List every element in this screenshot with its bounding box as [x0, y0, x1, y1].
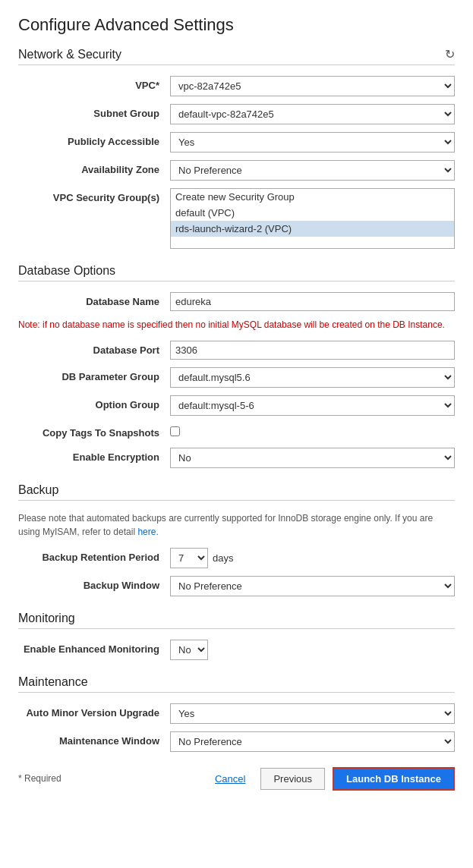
subnet-group-control: default-vpc-82a742e5 [170, 104, 455, 124]
enable-enhanced-monitoring-select[interactable]: No [170, 640, 208, 660]
subnet-group-select[interactable]: default-vpc-82a742e5 [170, 104, 455, 124]
availability-zone-control: No Preference [170, 160, 455, 181]
database-options-section: Database Options Database Name Note: if … [18, 264, 455, 468]
backup-retention-label: Backup Retention Period [18, 548, 170, 565]
availability-zone-row: Availability Zone No Preference [18, 160, 455, 181]
enable-enhanced-monitoring-control: No [170, 640, 455, 660]
backup-retention-select[interactable]: 7 [170, 548, 208, 568]
backup-note: Please note that automated backups are c… [18, 511, 455, 539]
database-name-input[interactable] [170, 292, 455, 311]
vpc-control: vpc-82a742e5 [170, 76, 455, 96]
refresh-icon[interactable]: ↻ [445, 47, 455, 61]
backup-retention-unit: days [213, 552, 233, 564]
vpc-security-groups-control: Create new Security Group default (VPC) … [170, 188, 455, 249]
backup-retention-row: Backup Retention Period 7 days [18, 548, 455, 568]
backup-window-label: Backup Window [18, 576, 170, 593]
db-parameter-group-select[interactable]: default.mysql5.6 [170, 367, 455, 388]
maintenance-window-control: No Preference [170, 731, 455, 752]
footer: * Required Cancel Previous Launch DB Ins… [18, 767, 455, 791]
maintenance-section: Maintenance Auto Minor Version Upgrade Y… [18, 675, 455, 752]
db-parameter-group-row: DB Parameter Group default.mysql5.6 [18, 367, 455, 388]
backup-header: Backup [18, 483, 455, 501]
copy-tags-checkbox[interactable] [170, 426, 180, 436]
auto-minor-row: Auto Minor Version Upgrade Yes [18, 703, 455, 724]
maintenance-title: Maintenance [18, 675, 88, 689]
copy-tags-control [170, 423, 455, 439]
launch-db-instance-button[interactable]: Launch DB Instance [333, 767, 455, 791]
option-group-select[interactable]: default:mysql-5-6 [170, 395, 455, 416]
maintenance-header: Maintenance [18, 675, 455, 693]
publicly-accessible-label: Publicly Accessible [18, 132, 170, 149]
publicly-accessible-select[interactable]: Yes [170, 132, 455, 153]
database-name-control [170, 292, 455, 311]
backup-window-control: No Preference [170, 576, 455, 596]
auto-minor-select[interactable]: Yes [170, 703, 455, 724]
database-port-row: Database Port [18, 341, 455, 360]
list-item[interactable]: default (VPC) [171, 205, 454, 221]
subnet-group-row: Subnet Group default-vpc-82a742e5 [18, 104, 455, 124]
db-parameter-group-label: DB Parameter Group [18, 367, 170, 384]
enable-encryption-control: No [170, 448, 455, 468]
auto-minor-control: Yes [170, 703, 455, 724]
monitoring-section: Monitoring Enable Enhanced Monitoring No [18, 612, 455, 660]
database-name-note: Note: if no database name is specified t… [18, 319, 455, 332]
backup-title: Backup [18, 483, 58, 497]
availability-zone-label: Availability Zone [18, 160, 170, 177]
auto-minor-label: Auto Minor Version Upgrade [18, 703, 170, 720]
copy-tags-row: Copy Tags To Snapshots [18, 423, 455, 440]
required-note: * Required [18, 773, 200, 784]
vpc-label: VPC* [18, 76, 170, 93]
maintenance-window-row: Maintenance Window No Preference [18, 731, 455, 752]
vpc-select[interactable]: vpc-82a742e5 [170, 76, 455, 96]
enable-enhanced-monitoring-row: Enable Enhanced Monitoring No [18, 640, 455, 660]
copy-tags-label: Copy Tags To Snapshots [18, 423, 170, 440]
backup-retention-control: 7 days [170, 548, 455, 568]
database-port-input[interactable] [170, 341, 455, 360]
network-security-title: Network & Security [18, 48, 121, 61]
list-item[interactable]: Create new Security Group [171, 189, 454, 205]
enable-encryption-label: Enable Encryption [18, 448, 170, 464]
enable-encryption-select[interactable]: No [170, 448, 455, 468]
monitoring-title: Monitoring [18, 612, 75, 625]
backup-note-link[interactable]: here. [137, 527, 158, 537]
enable-encryption-row: Enable Encryption No [18, 448, 455, 468]
vpc-security-groups-listbox[interactable]: Create new Security Group default (VPC) … [170, 188, 455, 249]
monitoring-header: Monitoring [18, 612, 455, 629]
vpc-security-groups-label: VPC Security Group(s) [18, 188, 170, 205]
vpc-row: VPC* vpc-82a742e5 [18, 76, 455, 96]
database-port-label: Database Port [18, 341, 170, 357]
previous-button[interactable]: Previous [260, 768, 325, 790]
enable-enhanced-monitoring-label: Enable Enhanced Monitoring [18, 640, 170, 656]
database-options-header: Database Options [18, 264, 455, 281]
maintenance-window-label: Maintenance Window [18, 731, 170, 748]
backup-window-row: Backup Window No Preference [18, 576, 455, 596]
availability-zone-select[interactable]: No Preference [170, 160, 455, 181]
page-title: Configure Advanced Settings [18, 15, 455, 35]
option-group-control: default:mysql-5-6 [170, 395, 455, 416]
publicly-accessible-control: Yes [170, 132, 455, 153]
network-security-section: Network & Security ↻ VPC* vpc-82a742e5 S… [18, 47, 455, 249]
database-options-title: Database Options [18, 264, 115, 278]
database-port-control [170, 341, 455, 360]
maintenance-window-select[interactable]: No Preference [170, 731, 455, 752]
subnet-group-label: Subnet Group [18, 104, 170, 121]
database-name-label: Database Name [18, 292, 170, 309]
backup-window-select[interactable]: No Preference [170, 576, 455, 596]
list-item[interactable]: rds-launch-wizard-2 (VPC) [171, 221, 454, 237]
network-security-header: Network & Security ↻ [18, 47, 455, 65]
backup-section: Backup Please note that automated backup… [18, 483, 455, 596]
db-parameter-group-control: default.mysql5.6 [170, 367, 455, 388]
option-group-row: Option Group default:mysql-5-6 [18, 395, 455, 416]
database-name-row: Database Name [18, 292, 455, 311]
cancel-button[interactable]: Cancel [207, 769, 253, 789]
vpc-security-groups-row: VPC Security Group(s) Create new Securit… [18, 188, 455, 249]
publicly-accessible-row: Publicly Accessible Yes [18, 132, 455, 153]
option-group-label: Option Group [18, 395, 170, 412]
